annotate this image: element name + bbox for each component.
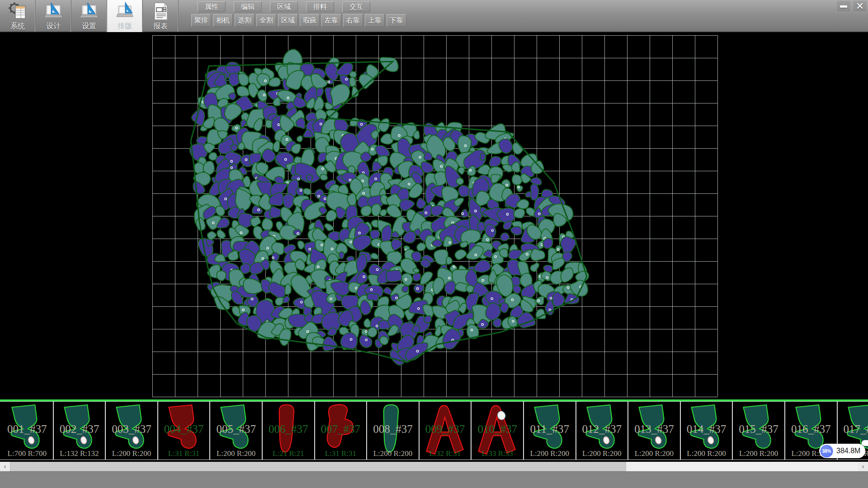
scrollbar-thumb[interactable]: [10, 462, 626, 471]
part-stats: L:200 R:200: [681, 449, 732, 458]
horizontal-scrollbar[interactable]: ‹ ›: [0, 462, 868, 471]
tool-button-row: 聚排 相机 选割 全割 区域 瑕疵 左靠 右靠 上靠 下靠: [191, 14, 406, 27]
part-thumbnail[interactable]: 014_#37 L:200 R:200: [681, 402, 733, 460]
report-document-icon: [150, 1, 171, 21]
nav-label: 系统: [10, 22, 25, 31]
nav-label: 设置: [82, 22, 96, 31]
gear-document-icon: [7, 1, 28, 21]
part-name: 015_#37: [733, 423, 784, 436]
part-stats: L:200 R:200: [210, 449, 262, 458]
application-window: 系统 设计: [0, 0, 868, 488]
ruler-board-icon: [79, 1, 99, 21]
nav-item-report[interactable]: 报表: [143, 0, 179, 32]
tool-align-top[interactable]: 上靠: [365, 14, 385, 27]
part-stats: L:33 R:33: [472, 449, 523, 458]
tab-interaction[interactable]: 交互: [342, 1, 370, 12]
part-thumbnail[interactable]: 008_#37 L:200 R:200: [367, 402, 420, 460]
nav-label: 排版: [118, 22, 132, 31]
minimize-icon: [840, 5, 847, 8]
minimize-button[interactable]: [836, 0, 851, 12]
part-name: 001_#37: [1, 423, 53, 436]
part-stats: L:200 R:200: [628, 449, 680, 458]
part-name: 004_#37: [158, 423, 210, 436]
main-nav: 系统 设计: [0, 0, 179, 32]
tab-region[interactable]: 区域: [270, 1, 298, 12]
scroll-right-arrow-icon[interactable]: ›: [858, 462, 868, 471]
part-stats: L:31 R:31: [158, 449, 210, 458]
tool-select-cut[interactable]: 选割: [235, 14, 255, 27]
part-stats: L:200 R:200: [106, 449, 157, 458]
part-name: 007_#37: [315, 423, 367, 436]
part-thumbnail[interactable]: 011_#37 L:200 R:200: [524, 402, 576, 460]
part-thumbnail[interactable]: 010_#37 L:33 R:33: [472, 402, 524, 460]
part-thumbnail[interactable]: 009_#37 L:32 R:31: [420, 402, 472, 460]
parts-filmstrip: 001_#37 L:700 R:700 002_#37 L:132 R:132 …: [0, 401, 868, 460]
part-thumbnail[interactable]: 007_#37 L:31 R:31: [315, 402, 368, 460]
tab-edit[interactable]: 编辑: [234, 1, 262, 12]
part-thumbnail[interactable]: 001_#37 L:700 R:700: [1, 402, 54, 460]
nav-item-system[interactable]: 系统: [0, 0, 36, 32]
title-toolbar: 系统 设计: [0, 0, 868, 32]
part-name: 005_#37: [210, 423, 262, 436]
part-name: 003_#37: [106, 423, 157, 436]
part-name: 013_#37: [628, 423, 680, 436]
nav-label: 报表: [153, 22, 168, 31]
ruler-board-icon: [43, 1, 64, 21]
part-name: 008_#37: [367, 423, 419, 436]
part-stats: L:31 R:31: [315, 449, 367, 458]
part-name: 017_#37: [838, 423, 868, 436]
part-stats: L:200 R:200: [576, 449, 628, 458]
scroll-left-arrow-icon[interactable]: ‹: [0, 462, 10, 471]
part-thumbnail[interactable]: 006_#37 L:21 R:21: [263, 402, 315, 460]
part-stats: L:200 R:200: [524, 449, 576, 458]
nav-label: 设计: [46, 22, 61, 31]
part-stats: L:21 R:21: [263, 449, 314, 458]
tool-cluster-nest[interactable]: 聚排: [191, 14, 211, 27]
part-name: 016_#37: [785, 423, 837, 436]
part-name: 009_#37: [420, 423, 471, 436]
part-thumbnail[interactable]: 013_#37 L:200 R:200: [628, 402, 681, 460]
window-controls: ✕: [836, 0, 867, 12]
memory-value: 384.8M: [836, 447, 860, 455]
tab-nesting[interactable]: 排料: [306, 1, 334, 12]
menu-tab-row: 属性 编辑 区域 排料 交互: [198, 1, 370, 12]
tool-align-right[interactable]: 右靠: [343, 14, 363, 27]
part-name: 014_#37: [681, 423, 732, 436]
progress-circle: 38%: [820, 445, 833, 458]
nav-item-settings[interactable]: 设置: [71, 0, 107, 32]
nav-item-layout[interactable]: 排版: [107, 0, 143, 32]
part-stats: L:700 R:700: [1, 449, 53, 458]
part-thumbnail[interactable]: 005_#37 L:200 R:200: [210, 402, 263, 460]
tool-region[interactable]: 区域: [278, 14, 298, 27]
tool-align-bottom[interactable]: 下靠: [387, 14, 406, 27]
part-stats: L:200 R:200: [367, 449, 419, 458]
part-thumbnail[interactable]: 015_#37 L:200 R:200: [733, 402, 785, 460]
tool-align-left[interactable]: 左靠: [321, 14, 341, 27]
tool-cut-all[interactable]: 全割: [256, 14, 276, 27]
part-stats: L:132 R:132: [54, 449, 105, 458]
memory-badge[interactable]: 38% 384.8M: [819, 444, 865, 458]
ruler-board-icon: [114, 1, 135, 21]
nesting-canvas[interactable]: [0, 32, 868, 399]
part-name: 006_#37: [263, 423, 314, 436]
part-name: 002_#37: [54, 423, 105, 436]
part-name: 010_#37: [472, 423, 523, 436]
tool-camera[interactable]: 相机: [213, 14, 233, 27]
part-thumbnail[interactable]: 002_#37 L:132 R:132: [54, 402, 106, 460]
part-stats: L:200 R:200: [733, 449, 784, 458]
part-thumbnail[interactable]: 004_#37 L:31 R:31: [158, 402, 211, 460]
nav-item-design[interactable]: 设计: [36, 0, 71, 32]
part-thumbnail[interactable]: 003_#37 L:200 R:200: [106, 402, 158, 460]
part-name: 012_#37: [576, 423, 628, 436]
tool-defect[interactable]: 瑕疵: [300, 14, 320, 27]
part-name: 011_#37: [524, 423, 576, 436]
tab-properties[interactable]: 属性: [198, 1, 226, 12]
workspace: [0, 32, 868, 399]
part-stats: L:32 R:31: [420, 449, 471, 458]
close-icon: ✕: [856, 1, 864, 11]
close-button[interactable]: ✕: [853, 0, 867, 12]
status-bar: [0, 471, 868, 488]
part-thumbnail[interactable]: 012_#37 L:200 R:200: [576, 402, 629, 460]
